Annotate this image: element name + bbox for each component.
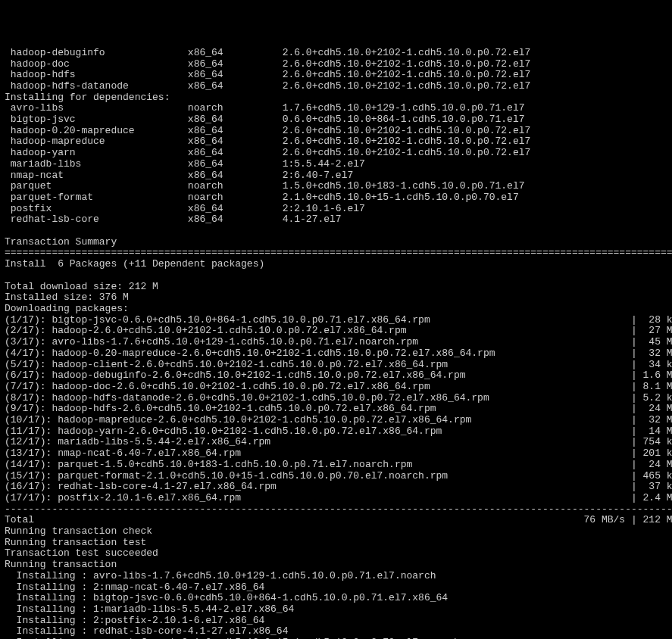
- terminal-output: hadoop-debuginfo x86_64 2.6.0+cdh5.10.0+…: [5, 48, 667, 639]
